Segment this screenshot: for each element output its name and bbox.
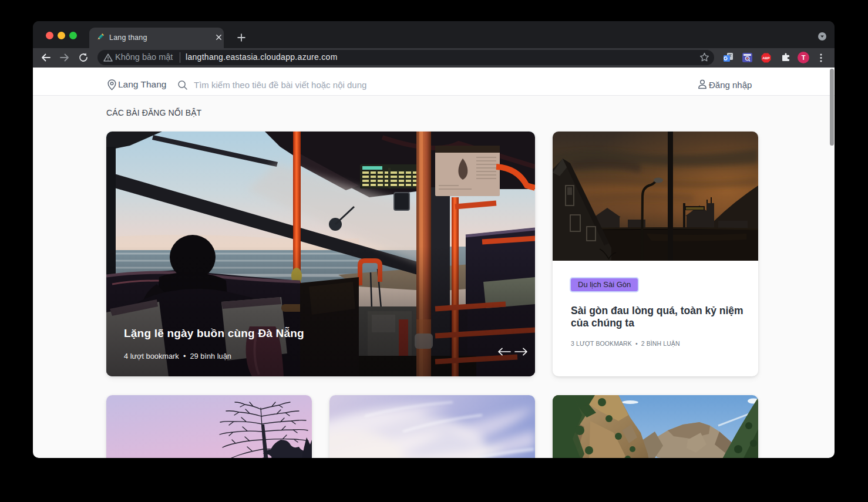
svg-text:ABP: ABP	[762, 56, 770, 60]
